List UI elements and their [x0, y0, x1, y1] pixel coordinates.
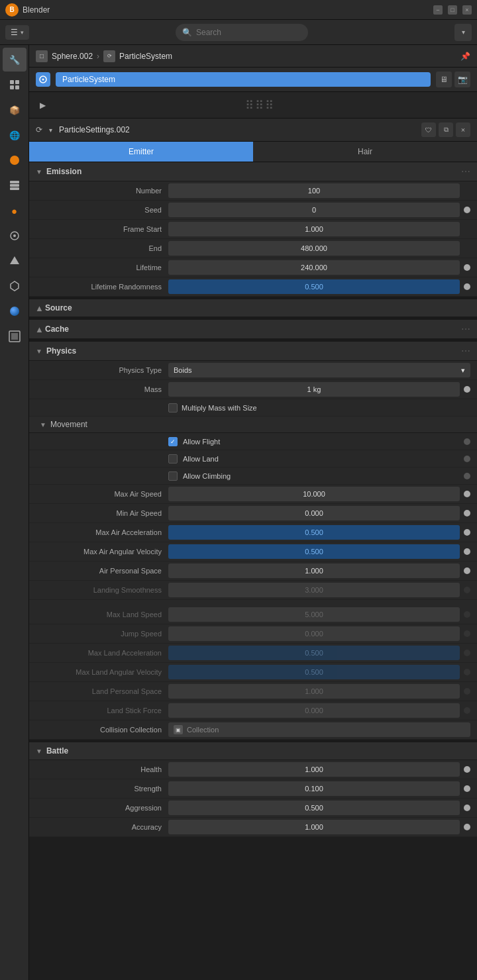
sidebar-item-physics[interactable]	[3, 224, 26, 248]
physics-dots[interactable]: ⋯	[461, 346, 470, 356]
physics-type-dropdown[interactable]: Boids ▾	[168, 363, 470, 377]
air-personal-value[interactable]: 1.000	[168, 564, 460, 578]
sidebar-item-modifier[interactable]	[3, 173, 26, 197]
aggression-value[interactable]: 0.500	[168, 801, 460, 815]
allow-climbing-checkbox[interactable]	[168, 471, 178, 481]
search-bar[interactable]: 🔍 Search	[176, 24, 308, 41]
max-land-accel-value[interactable]: 0.500	[168, 646, 460, 660]
topbar-end-button[interactable]: ▾	[454, 24, 472, 41]
emission-header[interactable]: ▼ Emission ⋯	[29, 162, 477, 181]
mass-value[interactable]: 1 kg	[168, 382, 460, 397]
cache-dots[interactable]: ⋯	[461, 324, 470, 334]
mass-dot[interactable]	[464, 386, 470, 393]
number-value[interactable]: 100	[168, 183, 460, 198]
allow-land-dot[interactable]	[464, 456, 470, 462]
accuracy-dot[interactable]	[464, 824, 470, 830]
dropdown-arrow-icon: ▾	[461, 366, 465, 375]
close-settings-button[interactable]: ×	[456, 122, 470, 137]
landing-smooth-value[interactable]: 3.000	[168, 583, 460, 597]
land-stick-dot[interactable]	[464, 707, 470, 714]
sidebar-item-material[interactable]	[3, 299, 26, 323]
air-personal-dot[interactable]	[464, 567, 470, 574]
max-land-angular-dot[interactable]	[464, 669, 470, 675]
main-panel: □ Sphere.002 › ⟳ ParticleSystem 📌 Partic…	[29, 45, 477, 980]
max-air-accel-dot[interactable]	[464, 529, 470, 536]
max-air-angular-dot[interactable]	[464, 548, 470, 555]
seed-value[interactable]: 0	[168, 203, 460, 217]
camera-icon-button[interactable]: 📷	[454, 72, 470, 87]
max-air-angular-value[interactable]: 0.500	[168, 544, 460, 559]
particle-type-icon[interactable]	[36, 72, 50, 87]
seed-dot[interactable]	[464, 207, 470, 213]
close-button[interactable]: ×	[462, 5, 472, 15]
shield-button[interactable]: 🛡	[421, 122, 436, 137]
lifetime-rand-value[interactable]: 0.500	[168, 279, 460, 294]
max-air-speed-dot[interactable]	[464, 491, 470, 497]
physics-header[interactable]: ▼ Physics ⋯	[29, 342, 477, 361]
settings-dropdown-icon[interactable]: ▾	[49, 126, 52, 134]
pin-icon[interactable]: 📌	[460, 52, 470, 61]
menu-arrow: ▾	[21, 29, 24, 36]
source-header[interactable]: ▶ Source	[29, 299, 477, 317]
end-value[interactable]: 480.000	[168, 241, 460, 256]
cache-header[interactable]: ▶ Cache ⋯	[29, 320, 477, 339]
landing-smooth-dot[interactable]	[464, 587, 470, 593]
accuracy-value[interactable]: 1.000	[168, 820, 460, 834]
sidebar-item-view[interactable]	[3, 73, 26, 97]
health-dot[interactable]	[464, 766, 470, 773]
max-land-angular-value[interactable]: 0.500	[168, 665, 460, 679]
minimize-button[interactable]: −	[433, 5, 443, 15]
aggression-dot[interactable]	[464, 805, 470, 811]
strength-dot[interactable]	[464, 785, 470, 792]
allow-climbing-dot[interactable]	[464, 473, 470, 479]
copy-button[interactable]: ⧉	[439, 122, 453, 137]
lifetime-value[interactable]: 240.000	[168, 260, 460, 275]
timeline-area: ▶ ⠿⠿⠿	[29, 92, 477, 119]
allow-flight-dot[interactable]	[464, 438, 470, 445]
timeline-drag[interactable]: ⠿⠿⠿	[49, 98, 470, 113]
menu-button[interactable]: ☰ ▾	[5, 25, 29, 40]
max-land-speed-dot[interactable]	[464, 611, 470, 618]
collision-value[interactable]: ▣ Collection	[168, 722, 470, 737]
sidebar-item-constraints[interactable]	[3, 249, 26, 273]
sidebar-item-world[interactable]: 🌐	[3, 123, 26, 147]
max-air-angular-label: Max Air Angular Velocity	[36, 548, 168, 556]
max-air-speed-value[interactable]: 10.000	[168, 487, 460, 501]
min-air-speed-value[interactable]: 0.000	[168, 506, 460, 520]
jump-speed-dot[interactable]	[464, 630, 470, 637]
jump-speed-value[interactable]: 0.000	[168, 626, 460, 641]
allow-land-checkbox[interactable]	[168, 454, 178, 464]
sidebar-item-data[interactable]	[3, 274, 26, 298]
object-name[interactable]: Sphere.002	[52, 52, 93, 61]
lifetime-dot[interactable]	[464, 264, 470, 271]
max-air-accel-value[interactable]: 0.500	[168, 525, 460, 540]
lifetime-rand-dot[interactable]	[464, 283, 470, 290]
allow-flight-checkbox[interactable]: ✓	[168, 437, 178, 446]
movement-header[interactable]: ▼ Movement	[29, 416, 477, 433]
tab-hair[interactable]: Hair	[253, 142, 477, 162]
sidebar-item-render[interactable]	[3, 324, 26, 348]
monitor-icon-button[interactable]: 🖥	[436, 72, 452, 87]
frame-start-value[interactable]: 1.000	[168, 222, 460, 236]
sidebar-item-scene[interactable]: 📦	[3, 98, 26, 122]
min-air-speed-dot[interactable]	[464, 510, 470, 516]
land-stick-value[interactable]: 0.000	[168, 703, 460, 718]
battle-header[interactable]: ▼ Battle	[29, 742, 477, 760]
land-personal-value[interactable]: 1.000	[168, 684, 460, 699]
maximize-button[interactable]: □	[448, 5, 457, 15]
emission-dots[interactable]: ⋯	[461, 166, 470, 177]
multiply-mass-checkbox[interactable]	[168, 403, 178, 413]
max-land-speed-value[interactable]: 5.000	[168, 607, 460, 622]
sidebar-item-tools[interactable]: 🔧	[3, 48, 26, 72]
strength-value[interactable]: 0.100	[168, 781, 460, 796]
health-value[interactable]: 1.000	[168, 762, 460, 777]
particle-name-button[interactable]: ParticleSystem	[56, 72, 431, 87]
max-land-accel-dot[interactable]	[464, 650, 470, 656]
strength-label: Strength	[36, 785, 168, 793]
tab-emitter[interactable]: Emitter	[29, 142, 253, 162]
land-personal-dot[interactable]	[464, 688, 470, 695]
system-name[interactable]: ParticleSystem	[119, 52, 172, 61]
sidebar-item-particles[interactable]: ●	[3, 199, 26, 222]
play-button[interactable]: ▶	[36, 99, 49, 112]
sidebar-item-object[interactable]	[3, 148, 26, 172]
